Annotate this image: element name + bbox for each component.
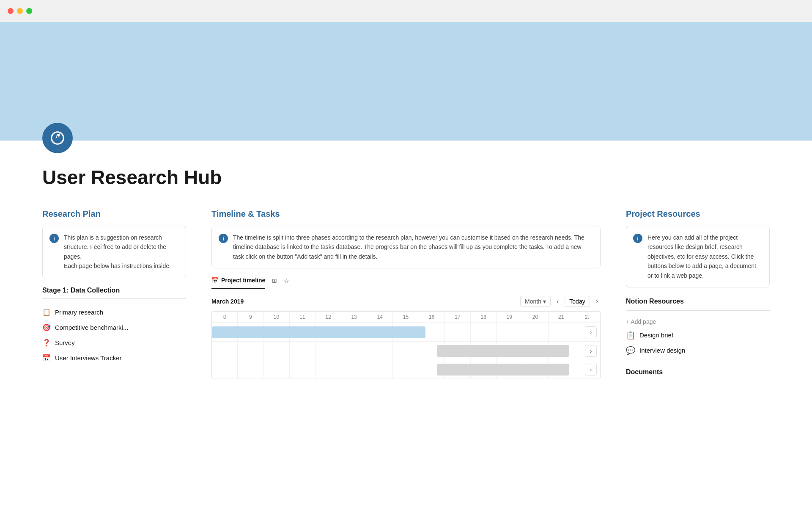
list-item-interviews-tracker[interactable]: 📅 User Interviews Tracker [42, 351, 186, 366]
timeline-arrow-1[interactable]: › [585, 326, 597, 338]
day-19: 19 [497, 312, 522, 323]
timeline-arrow-2[interactable]: › [585, 345, 597, 357]
survey-icon: ❓ [42, 339, 51, 347]
add-page-button[interactable]: + Add page [626, 316, 770, 328]
next-arrow-button[interactable]: › [593, 297, 601, 306]
timeline-row-1: › [212, 323, 600, 342]
interview-design-icon: 💬 [626, 346, 635, 355]
tab-project-timeline[interactable]: 📅 Project timeline [211, 277, 265, 289]
timeline-arrow-3[interactable]: › [585, 364, 597, 375]
timeline-bar-1 [212, 326, 425, 338]
day-22: 2: [574, 312, 600, 323]
project-resources-heading: Project Resources [626, 209, 770, 219]
month-button[interactable]: Month ▾ [520, 296, 551, 307]
list-item-survey[interactable]: ❓ Survey [42, 335, 186, 351]
page-title: User Research Hub [42, 166, 770, 189]
today-button[interactable]: Today [565, 296, 590, 307]
day-14: 14 [367, 312, 393, 323]
resources-divider [626, 310, 770, 311]
close-button[interactable] [8, 8, 14, 14]
tab-project-timeline-label: Project timeline [221, 277, 265, 284]
stage1-heading: Stage 1: Data Collection [42, 287, 186, 299]
timeline-nav: Month ▾ ‹ Today › [520, 296, 601, 307]
add-page-label: + Add page [626, 318, 656, 325]
timeline-heading: Timeline & Tasks [211, 209, 601, 219]
tab-grid[interactable]: ⊞ [272, 277, 277, 288]
resource-design-brief[interactable]: 📋 Design brief [626, 328, 770, 343]
research-plan-info-text: This plan is a suggestion on research st… [64, 233, 179, 271]
interviews-tracker-icon: 📅 [42, 354, 51, 362]
list-item-primary-research[interactable]: 📋 Primary research [42, 305, 186, 320]
list-item-competitive[interactable]: 🎯 Competitive benchmarki... [42, 320, 186, 335]
day-13: 13 [341, 312, 367, 323]
day-15: 15 [393, 312, 419, 323]
month-button-label: Month [525, 298, 541, 305]
timeline-info-text: The timeline is split into three phases … [233, 233, 593, 261]
timeline-row-3: › [212, 360, 600, 379]
day-8: 8 [212, 312, 238, 323]
research-plan-heading: Research Plan [42, 209, 186, 219]
competitive-icon: 🎯 [42, 323, 51, 332]
project-resources-section: Project Resources i Here you can add all… [626, 209, 770, 379]
timeline-info-icon: i [219, 234, 228, 243]
resources-info-card: i Here you can add all of the project re… [626, 226, 770, 287]
page-icon[interactable] [42, 123, 73, 153]
day-16: 16 [419, 312, 445, 323]
research-plan-info-card: i This plan is a suggestion on research … [42, 226, 186, 278]
prev-arrow-button[interactable]: ‹ [554, 297, 561, 306]
primary-research-icon: 📋 [42, 308, 51, 317]
columns-layout: Research Plan i This plan is a suggestio… [42, 209, 770, 379]
day-21: 21 [549, 312, 574, 323]
day-20: 20 [522, 312, 548, 323]
timeline-section: Timeline & Tasks i The timeline is split… [211, 209, 601, 379]
tab-star[interactable]: ☆ [284, 277, 289, 288]
timeline-bar-2 [437, 345, 569, 357]
primary-research-label: Primary research [55, 309, 103, 316]
minimize-button[interactable] [17, 8, 23, 14]
main-content: User Research Hub Research Plan i This p… [0, 141, 812, 405]
resource-interview-design[interactable]: 💬 Interview design [626, 343, 770, 358]
timeline-row-2: › [212, 342, 600, 360]
competitive-label: Competitive benchmarki... [55, 324, 128, 331]
hero-banner [0, 22, 812, 141]
titlebar [0, 0, 812, 22]
timeline-header: 8 9 10 11 12 13 14 15 16 17 18 19 20 21 … [212, 312, 600, 323]
day-12: 12 [315, 312, 341, 323]
day-17: 17 [445, 312, 471, 323]
timeline-controls: March 2019 Month ▾ ‹ Today › [211, 296, 601, 307]
design-brief-icon: 📋 [626, 331, 635, 340]
day-9: 9 [238, 312, 263, 323]
star-icon: ☆ [284, 277, 289, 284]
grid-icon: ⊞ [272, 277, 277, 284]
design-brief-label: Design brief [639, 331, 673, 339]
resources-info-text: Here you can add all of the project reso… [647, 233, 763, 280]
notion-resources-heading: Notion Resources [626, 298, 770, 305]
research-plan-section: Research Plan i This plan is a suggestio… [42, 209, 186, 366]
survey-label: Survey [55, 339, 75, 346]
compass-icon [49, 130, 66, 146]
interviews-tracker-label: User Interviews Tracker [55, 354, 122, 362]
timeline-info-card: i The timeline is split into three phase… [211, 226, 601, 268]
interview-design-label: Interview design [639, 347, 685, 354]
resources-info-icon: i [633, 234, 642, 243]
chevron-down-icon: ▾ [543, 298, 546, 305]
info-icon: i [49, 234, 59, 243]
maximize-button[interactable] [26, 8, 32, 14]
day-10: 10 [263, 312, 289, 323]
timeline-date-label: March 2019 [211, 298, 244, 305]
documents-heading: Documents [626, 368, 770, 376]
timeline-grid: 8 9 10 11 12 13 14 15 16 17 18 19 20 21 … [211, 311, 601, 379]
timeline-tab-icon: 📅 [211, 277, 219, 284]
day-18: 18 [471, 312, 497, 323]
day-11: 11 [290, 312, 315, 323]
timeline-bar-3 [437, 364, 569, 375]
page-icon-wrapper [42, 123, 73, 153]
timeline-tabs: 📅 Project timeline ⊞ ☆ [211, 277, 601, 289]
